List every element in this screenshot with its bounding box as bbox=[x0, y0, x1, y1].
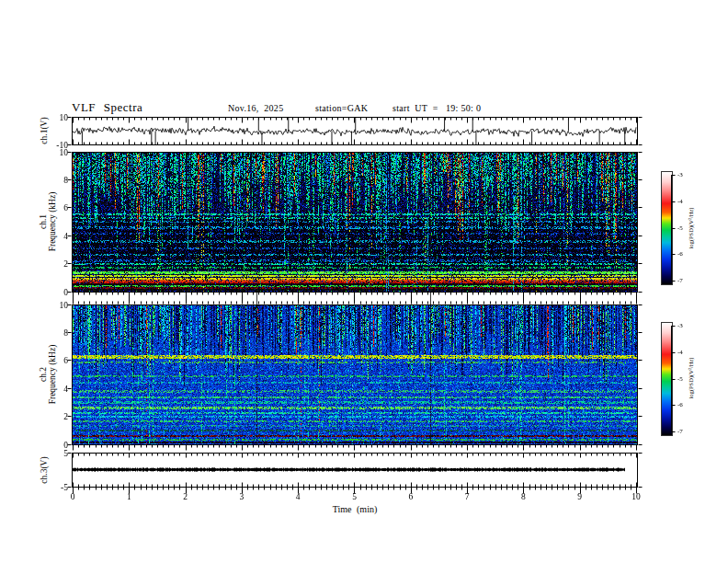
ch1-frequency-axis-label-line1: ch.1 bbox=[39, 192, 48, 252]
ch1-waveform-canvas bbox=[73, 118, 637, 144]
colorbar-ch2-tick-label: -7 bbox=[677, 429, 683, 435]
colorbar-ch1-tick-label: -6 bbox=[677, 251, 683, 258]
time-axis-tick-label: 3 bbox=[228, 492, 256, 501]
header-date: Nov.16, 2025 bbox=[228, 103, 283, 113]
ch2-spectrogram-panel bbox=[72, 304, 638, 445]
ch1-spectrogram-canvas bbox=[73, 153, 637, 292]
time-axis-tick-label: 2 bbox=[172, 492, 199, 501]
ch1-spectrogram-ytick-label: 0 bbox=[40, 288, 68, 297]
time-axis-tick-label: 0 bbox=[59, 492, 86, 501]
ch1-frequency-axis-label: ch.1 Frequency (kHz) bbox=[39, 192, 57, 252]
colorbar-ch1-title: log(PSD)(V²/Hz) bbox=[688, 208, 694, 249]
ch3-waveform-ytick-label: 5 bbox=[40, 449, 68, 458]
colorbar-ch2-tick-label: -4 bbox=[677, 350, 683, 356]
colorbar-ch1-tick-label: -4 bbox=[677, 199, 683, 205]
colorbar-ch1 bbox=[661, 171, 673, 285]
ch1-spectrogram-ytick-label: 10 bbox=[40, 148, 68, 157]
colorbar-ch2-tick-label: -3 bbox=[677, 323, 683, 329]
page-title: VLF Spectra bbox=[72, 100, 142, 115]
colorbar-ch1-tick-label: -3 bbox=[677, 172, 683, 178]
time-axis-tick-label: 4 bbox=[284, 492, 312, 501]
colorbar-ch2-title: log(PSD)(V²/Hz) bbox=[688, 358, 694, 399]
colorbar-ch1-tick-label: -7 bbox=[677, 278, 683, 284]
ch1-spectrogram-ytick-label: 4 bbox=[40, 232, 68, 241]
ch3-waveform-ytick-label: -5 bbox=[40, 483, 68, 492]
ch2-spectrogram-ytick-label: 6 bbox=[40, 356, 68, 365]
colorbar-ch1-tick-label: -5 bbox=[677, 225, 683, 232]
time-axis-tick-label: 7 bbox=[453, 492, 481, 501]
time-axis-tick-label: 9 bbox=[566, 492, 594, 501]
time-axis-tick-label: 10 bbox=[622, 492, 650, 501]
ch2-spectrogram-ytick-label: 8 bbox=[40, 328, 68, 338]
ch1-spectrogram-ytick-label: 6 bbox=[40, 203, 68, 213]
ch3-waveform-canvas bbox=[73, 454, 637, 487]
ch1-waveform-ytick-label: 10 bbox=[40, 113, 68, 122]
header-station: station=GAK bbox=[315, 103, 368, 113]
time-axis-tick-label: 5 bbox=[341, 492, 369, 501]
time-axis-tick-label: 8 bbox=[509, 492, 537, 501]
ch1-spectrogram-panel bbox=[72, 152, 638, 293]
ch3-waveform-panel bbox=[72, 453, 638, 488]
ch2-frequency-axis-label-line2: Frequency (kHz) bbox=[48, 345, 57, 405]
ch2-frequency-axis-label: ch.2 Frequency (kHz) bbox=[39, 345, 57, 405]
ch1-waveform-panel bbox=[72, 117, 638, 145]
ch2-spectrogram-ytick-label: 2 bbox=[40, 412, 68, 421]
time-axis-tick-label: 6 bbox=[397, 492, 425, 501]
colorbar-ch2 bbox=[661, 322, 673, 436]
time-axis-label: Time (min) bbox=[300, 504, 410, 514]
time-axis-tick-label: 1 bbox=[115, 492, 142, 501]
colorbar-ch2-tick-label: -6 bbox=[677, 402, 683, 408]
ch2-spectrogram-ytick-label: 4 bbox=[40, 385, 68, 394]
ch1-frequency-axis-label-line2: Frequency (kHz) bbox=[48, 192, 57, 252]
colorbar-ch2-tick-label: -5 bbox=[677, 376, 683, 383]
ch2-spectrogram-canvas bbox=[73, 305, 637, 444]
ch3-voltage-axis-label: ch.3(V) bbox=[40, 456, 49, 483]
ch1-spectrogram-ytick-label: 2 bbox=[40, 259, 68, 269]
ch2-spectrogram-ytick-label: 10 bbox=[40, 301, 68, 310]
ch1-spectrogram-ytick-label: 8 bbox=[40, 176, 68, 185]
ch2-frequency-axis-label-line1: ch.2 bbox=[39, 345, 48, 405]
header-start-ut: start UT = 19: 50: 0 bbox=[392, 103, 481, 113]
vlf-spectra-figure: VLF Spectra Nov.16, 2025 station=GAK sta… bbox=[0, 0, 728, 563]
